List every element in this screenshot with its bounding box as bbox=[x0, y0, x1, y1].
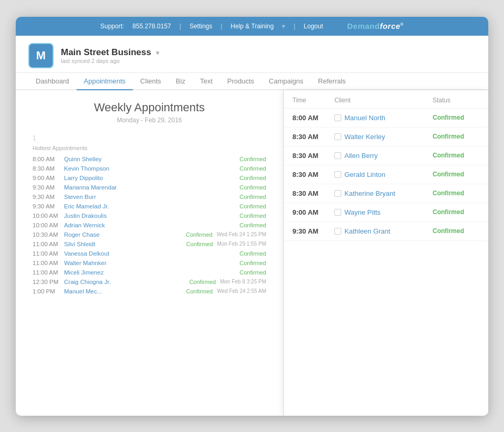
list-item[interactable]: 10:00 AM Adrian Wernick Confirmed bbox=[28, 220, 270, 230]
support-phone: 855.278.0157 bbox=[132, 23, 171, 30]
main-nav: Dashboard Appointments Clients Biz Text … bbox=[16, 73, 488, 90]
app-header: M Main Street Business ▾ last synced 2 d… bbox=[16, 36, 488, 73]
tab-products[interactable]: Products bbox=[220, 73, 261, 90]
client-checkbox[interactable] bbox=[334, 228, 341, 235]
header-status: Status bbox=[433, 97, 480, 104]
popup-row[interactable]: 9:30 AM Kathleen Grant Confirmed bbox=[284, 222, 488, 241]
client-name[interactable]: Gerald Linton bbox=[344, 171, 385, 178]
popup-row[interactable]: 8:30 AM Allen Berry Confirmed bbox=[284, 146, 488, 165]
list-item[interactable]: 1:00 PM Manuel Mec... Confirmed Wed Feb … bbox=[28, 287, 270, 296]
client-name[interactable]: Kathleen Grant bbox=[344, 227, 390, 235]
main-content: Weekly Appointments Monday - Feb 29, 201… bbox=[16, 90, 488, 416]
hottest-appointments-label: Hottest Appointments bbox=[33, 145, 270, 151]
list-item[interactable]: 11:00 AM Vanessa Delkout Confirmed bbox=[28, 249, 270, 258]
client-checkbox[interactable] bbox=[334, 171, 341, 178]
business-info: Main Street Business ▾ last synced 2 day… bbox=[61, 47, 160, 64]
header-time: Time bbox=[292, 97, 334, 104]
client-name[interactable]: Manuel North bbox=[344, 114, 385, 122]
list-item[interactable]: 10:00 AM Justin Drakoulis Confirmed bbox=[28, 211, 270, 220]
status-badge: Confirmed bbox=[433, 189, 480, 197]
client-name[interactable]: Wayne Pitts bbox=[344, 208, 381, 216]
list-item[interactable]: 8:30 AM Kevin Thompson Confirmed bbox=[28, 164, 270, 173]
list-item[interactable]: 9:30 AM Steven Burr Confirmed bbox=[28, 192, 270, 202]
client-name[interactable]: Katherine Bryant bbox=[344, 189, 395, 197]
help-training-link[interactable]: Help & Training bbox=[230, 23, 274, 30]
client-checkbox[interactable] bbox=[334, 209, 341, 216]
status-badge: Confirmed bbox=[433, 227, 480, 235]
popup-row[interactable]: 8:30 AM Gerald Linton Confirmed bbox=[284, 165, 488, 184]
list-item[interactable]: 11:00 AM Walter Mahnker Confirmed bbox=[28, 258, 270, 268]
popup-row[interactable]: 8:30 AM Katherine Bryant Confirmed bbox=[284, 184, 488, 203]
popup-row[interactable]: 8:00 AM Manuel North Confirmed bbox=[284, 109, 488, 128]
support-label: Support: bbox=[100, 23, 124, 30]
tab-clients[interactable]: Clients bbox=[133, 73, 169, 90]
business-name: Main Street Business ▾ bbox=[61, 47, 160, 58]
list-item[interactable]: 8:00 AM Quinn Shelley Confirmed bbox=[28, 154, 270, 164]
list-item[interactable]: 11:00 AM Miceli Jimenez Confirmed bbox=[28, 268, 270, 277]
tab-referrals[interactable]: Referrals bbox=[311, 73, 353, 90]
tab-appointments[interactable]: Appointments bbox=[77, 73, 133, 90]
header-client: Client bbox=[334, 97, 433, 104]
day-number: 1 bbox=[33, 134, 270, 142]
list-item[interactable]: 11:00 AM Silvi Shleidt Confirmed Mon Feb… bbox=[28, 239, 270, 249]
list-item[interactable]: 10:30 AM Roger Chase Confirmed Wed Feb 2… bbox=[28, 230, 270, 239]
popup-table-header: Time Client Status bbox=[284, 90, 488, 109]
weekly-date: Monday - Feb 29, 2016 bbox=[28, 117, 270, 124]
client-checkbox[interactable] bbox=[334, 152, 341, 159]
settings-link[interactable]: Settings bbox=[190, 23, 212, 30]
tab-campaigns[interactable]: Campaigns bbox=[261, 73, 311, 90]
status-badge: Confirmed bbox=[433, 208, 480, 216]
status-badge: Confirmed bbox=[433, 114, 480, 121]
browser-window: Support: 855.278.0157 | Settings | Help … bbox=[16, 17, 488, 416]
status-badge: Confirmed bbox=[433, 152, 480, 159]
list-item[interactable]: 12:30 PM Craig Chiogna Jr. Confirmed Mon… bbox=[28, 277, 270, 287]
client-checkbox[interactable] bbox=[334, 190, 341, 197]
top-bar: Support: 855.278.0157 | Settings | Help … bbox=[16, 17, 488, 36]
popup-row[interactable]: 9:00 AM Wayne Pitts Confirmed bbox=[284, 203, 488, 222]
list-item[interactable]: 9:30 AM Eric Mamelad Jr. Confirmed bbox=[28, 202, 270, 211]
appointments-list: 8:00 AM Quinn Shelley Confirmed 8:30 AM … bbox=[28, 154, 270, 296]
left-panel: Weekly Appointments Monday - Feb 29, 201… bbox=[16, 90, 284, 416]
tab-biz[interactable]: Biz bbox=[169, 73, 193, 90]
status-badge: Confirmed bbox=[433, 133, 480, 140]
client-name[interactable]: Walter Kerley bbox=[344, 133, 385, 141]
tab-dashboard[interactable]: Dashboard bbox=[28, 73, 77, 90]
demandforce-logo: Demandforce® bbox=[347, 22, 404, 30]
client-checkbox[interactable] bbox=[334, 114, 341, 121]
list-item[interactable]: 9:00 AM Larry Dippolito Confirmed bbox=[28, 173, 270, 183]
sync-info: last synced 2 days ago bbox=[61, 58, 160, 64]
client-checkbox[interactable] bbox=[334, 133, 341, 140]
popup-row[interactable]: 8:30 AM Walter Kerley Confirmed bbox=[284, 128, 488, 146]
tab-text[interactable]: Text bbox=[193, 73, 220, 90]
logout-link[interactable]: Logout bbox=[304, 23, 323, 30]
status-badge: Confirmed bbox=[433, 171, 480, 178]
weekly-title: Weekly Appointments bbox=[28, 101, 270, 114]
client-name[interactable]: Allen Berry bbox=[344, 152, 378, 160]
list-item[interactable]: 9:30 AM Marianna Marendar Confirmed bbox=[28, 183, 270, 192]
business-logo-avatar: M bbox=[28, 43, 54, 68]
appointments-popup: Time Client Status 8:00 AM Manuel North … bbox=[284, 90, 488, 416]
